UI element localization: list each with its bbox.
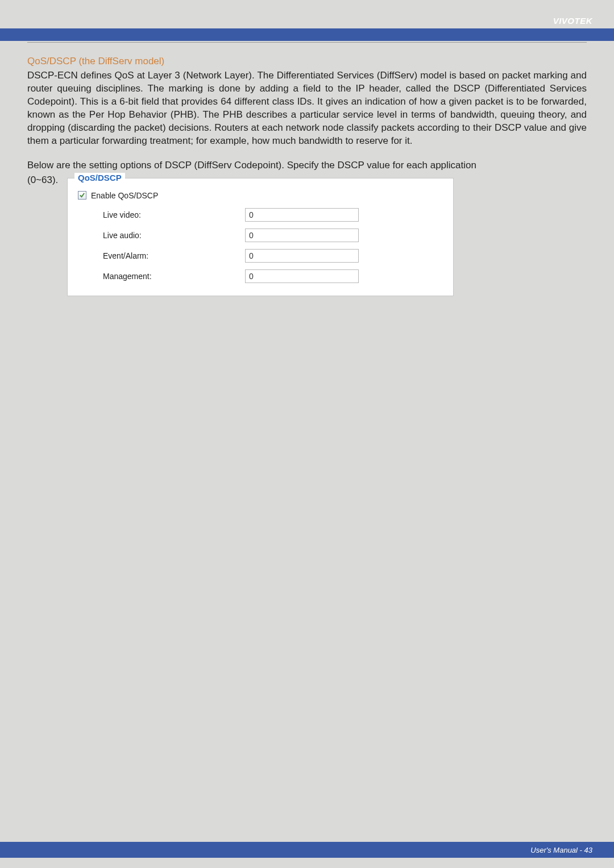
- event-alarm-row: Event/Alarm:: [78, 249, 444, 263]
- page-content: QoS/DSCP (the DiffServ model) DSCP-ECN d…: [0, 41, 614, 296]
- check-icon: [79, 192, 85, 198]
- paragraph-1: DSCP-ECN defines QoS at Layer 3 (Network…: [27, 69, 587, 148]
- footer-text: User's Manual - 43: [530, 846, 592, 854]
- section-title: QoS/DSCP (the DiffServ model): [27, 56, 587, 67]
- live-audio-row: Live audio:: [78, 229, 444, 242]
- live-video-row: Live video:: [78, 208, 444, 222]
- live-audio-label: Live audio:: [103, 231, 245, 240]
- page-header: VIVOTEK: [0, 0, 614, 41]
- paragraph-2: Below are the setting options of DSCP (D…: [27, 159, 587, 172]
- enable-qos-label: Enable QoS/DSCP: [91, 191, 158, 200]
- brand-label: VIVOTEK: [553, 16, 592, 26]
- footer-bar: User's Manual - 43: [0, 842, 614, 858]
- management-row: Management:: [78, 269, 444, 283]
- live-video-label: Live video:: [103, 210, 245, 219]
- header-divider: [27, 42, 587, 43]
- management-label: Management:: [103, 272, 245, 281]
- management-input[interactable]: [245, 269, 359, 283]
- live-audio-input[interactable]: [245, 229, 359, 242]
- enable-row: Enable QoS/DSCP: [78, 191, 444, 200]
- event-alarm-input[interactable]: [245, 249, 359, 263]
- range-label: (0~63).: [27, 175, 67, 186]
- page-footer: User's Manual - 43: [0, 834, 614, 868]
- event-alarm-label: Event/Alarm:: [103, 251, 245, 260]
- qos-dscp-panel: QoS/DSCP Enable QoS/DSCP Live video: Liv…: [67, 178, 454, 296]
- panel-legend: QoS/DSCP: [74, 173, 125, 182]
- enable-qos-checkbox[interactable]: [78, 191, 86, 200]
- live-video-input[interactable]: [245, 208, 359, 222]
- header-bar: [0, 28, 614, 41]
